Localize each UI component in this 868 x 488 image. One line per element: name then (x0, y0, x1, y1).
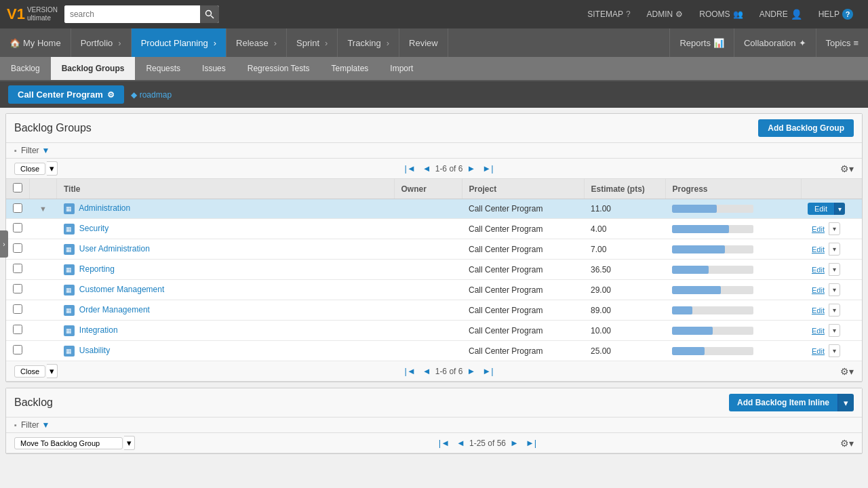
tab-templates[interactable]: Templates (321, 57, 380, 80)
topics-nav-item[interactable]: Topics ≡ (816, 28, 868, 57)
close-dropdown-arrow[interactable]: ▾ (47, 161, 58, 176)
move-dropdown-arrow[interactable]: ▾ (124, 436, 135, 450)
close-button[interactable]: Close (14, 163, 45, 175)
edit-dropdown-button[interactable]: ▾ (834, 203, 845, 215)
row-title[interactable]: Customer Management (79, 285, 164, 294)
tab-regression-tests[interactable]: Regression Tests (237, 57, 321, 80)
row-title[interactable]: Usability (79, 346, 110, 355)
next-page-button[interactable]: ► (464, 162, 478, 175)
row-title[interactable]: User Administration (79, 244, 150, 253)
row-checkbox[interactable] (13, 325, 22, 334)
product-planning-nav-item[interactable]: Product Planning › (132, 28, 226, 57)
search-box[interactable] (64, 5, 219, 23)
backlog-title: Backlog (14, 396, 53, 409)
next-page-button-bottom[interactable]: ► (464, 365, 478, 378)
search-input[interactable] (64, 5, 200, 23)
row-checkbox[interactable] (13, 243, 22, 253)
row-checkbox[interactable] (13, 264, 22, 273)
edit-plain-dropdown[interactable]: ▾ (829, 304, 840, 317)
edit-plain-dropdown[interactable]: ▾ (829, 324, 840, 337)
add-backlog-item-button[interactable]: Add Backlog Item Inline (729, 394, 837, 411)
progress-bar-wrap (672, 327, 753, 335)
row-title[interactable]: Administration (79, 203, 130, 213)
filter-collapse-icon[interactable]: ▪ (14, 146, 17, 155)
edit-plain-button[interactable]: Edit (808, 324, 829, 337)
collaboration-nav-item[interactable]: Collaboration ✦ (734, 28, 816, 57)
edit-plain-button[interactable]: Edit (808, 344, 829, 357)
row-estimate-cell: 10.00 (584, 321, 665, 341)
tab-issues[interactable]: Issues (191, 57, 237, 80)
last-page-button-bottom[interactable]: ►| (479, 365, 496, 378)
edit-button[interactable]: Edit (808, 203, 834, 215)
backlog-settings-tools-button[interactable]: ⚙▾ (840, 438, 854, 449)
row-title-cell: ▦ Security (57, 219, 395, 239)
edit-plain-button[interactable]: Edit (808, 304, 829, 317)
edit-plain-dropdown[interactable]: ▾ (829, 263, 840, 276)
reports-nav-item[interactable]: Reports 📊 (669, 28, 734, 57)
row-checkbox[interactable] (13, 284, 22, 293)
first-page-button-bottom[interactable]: |◄ (402, 365, 418, 378)
settings-tools-button[interactable]: ⚙▾ (840, 163, 854, 174)
close-dropdown-bottom: Close ▾ (14, 364, 58, 378)
tab-requests[interactable]: Requests (135, 57, 191, 80)
program-button[interactable]: Call Center Program ⚙ (8, 85, 124, 104)
row-checkbox[interactable] (13, 203, 22, 213)
edit-plain-button[interactable]: Edit (808, 263, 829, 276)
sitemap-nav-item[interactable]: SITEMAP ? (579, 0, 638, 28)
row-checkbox[interactable] (13, 345, 22, 354)
my-home-nav-item[interactable]: 🏠 My Home (0, 28, 71, 57)
filter-label[interactable]: Filter ▼ (21, 146, 50, 155)
row-title[interactable]: Security (79, 224, 108, 233)
admin-nav-item[interactable]: ADMIN ⚙ (639, 0, 692, 28)
edit-plain-dropdown[interactable]: ▾ (829, 243, 840, 256)
release-nav-item[interactable]: Release › (226, 28, 287, 57)
row-title[interactable]: Order Management (79, 305, 150, 314)
row-title[interactable]: Integration (79, 325, 118, 335)
backlog-last-page-button[interactable]: ►| (523, 436, 539, 449)
progress-bar-wrap (672, 306, 753, 314)
sidebar-toggle[interactable]: › (0, 230, 8, 258)
select-all-checkbox[interactable] (13, 183, 22, 192)
tab-backlog-groups[interactable]: Backlog Groups (51, 57, 136, 80)
backlog-first-page-button[interactable]: |◄ (436, 436, 452, 449)
edit-plain-button[interactable]: Edit (808, 222, 829, 235)
search-button[interactable] (200, 5, 219, 23)
andre-nav-item[interactable]: ANDRE 👤 (751, 0, 810, 28)
row-owner-cell (394, 260, 462, 280)
last-page-button[interactable]: ►| (479, 162, 496, 175)
settings-tools-button-bottom[interactable]: ⚙▾ (840, 366, 854, 377)
edit-plain-button[interactable]: Edit (808, 283, 829, 296)
portfolio-nav-item[interactable]: Portfolio › (71, 28, 132, 57)
row-checkbox[interactable] (13, 223, 22, 232)
row-expand-icon[interactable]: ▼ (39, 205, 47, 213)
first-page-button[interactable]: |◄ (402, 162, 418, 175)
close-button-bottom[interactable]: Close (14, 365, 45, 378)
row-title[interactable]: Reporting (79, 264, 115, 274)
help-nav-item[interactable]: HELP ? (810, 0, 861, 28)
add-backlog-group-button[interactable]: Add Backlog Group (758, 119, 854, 137)
move-to-backlog-button[interactable]: Move To Backlog Group (14, 437, 123, 449)
tab-backlog[interactable]: Backlog (0, 57, 51, 80)
edit-plain-dropdown[interactable]: ▾ (829, 222, 840, 235)
review-nav-item[interactable]: Review (399, 28, 448, 57)
close-dropdown-arrow-bottom[interactable]: ▾ (47, 364, 58, 378)
roadmap-link[interactable]: ◆ roadmap (131, 90, 172, 100)
edit-plain-dropdown[interactable]: ▾ (829, 344, 840, 357)
rooms-nav-item[interactable]: ROOMS 👥 (691, 0, 751, 28)
tracking-nav-item[interactable]: Tracking › (338, 28, 399, 57)
prev-page-button-bottom[interactable]: ◄ (420, 365, 434, 378)
tab-import[interactable]: Import (379, 57, 424, 80)
sprint-nav-item[interactable]: Sprint › (287, 28, 338, 57)
backlog-prev-page-button[interactable]: ◄ (454, 436, 468, 449)
row-checkbox[interactable] (13, 304, 22, 314)
backlog-next-page-button[interactable]: ► (507, 436, 521, 449)
row-checkbox-cell (6, 219, 30, 239)
edit-plain-dropdown[interactable]: ▾ (829, 283, 840, 296)
backlog-filter-collapse-icon[interactable]: ▪ (14, 421, 17, 429)
backlog-filter-label[interactable]: Filter ▼ (21, 420, 50, 430)
table-row: ▦ Security Call Center Program 4.00 Edit… (6, 219, 862, 239)
prev-page-button[interactable]: ◄ (420, 162, 434, 175)
add-backlog-item-arrow[interactable]: ▾ (837, 394, 854, 411)
product-planning-arrow: › (214, 38, 216, 48)
edit-plain-button[interactable]: Edit (808, 243, 829, 256)
